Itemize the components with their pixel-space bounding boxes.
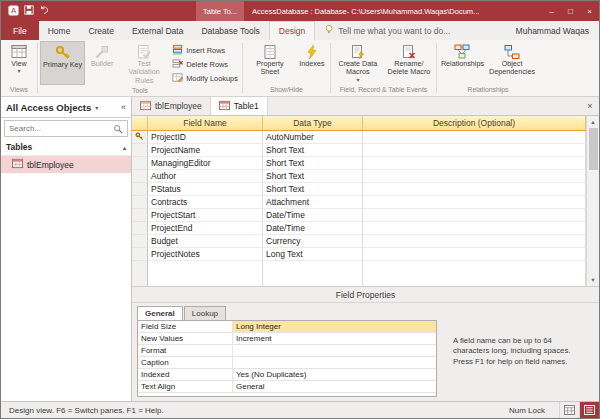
field-name-cell[interactable]: ManagingEditor bbox=[148, 157, 263, 170]
table-row[interactable]: ProjectEnd Date/Time bbox=[132, 222, 586, 235]
tab-home[interactable]: Home bbox=[39, 21, 80, 40]
data-type-cell[interactable]: Long Text bbox=[263, 248, 363, 261]
scroll-up-icon[interactable]: ▲ bbox=[590, 116, 595, 128]
field-name-cell[interactable]: ProjectStart bbox=[148, 209, 263, 222]
tell-me-box[interactable]: Tell me what you want to do... bbox=[315, 21, 459, 40]
create-data-macros-button[interactable]: Create Data Macros ▾ bbox=[333, 41, 383, 84]
grid-header-data-type[interactable]: Data Type bbox=[263, 116, 363, 130]
table-row[interactable]: PStatus Short Text bbox=[132, 183, 586, 196]
sidebar-section-tables[interactable]: Tables ▴ bbox=[1, 139, 131, 156]
user-name[interactable]: Muhammad Waqas bbox=[506, 21, 599, 40]
doc-tab-tblemployee[interactable]: tblEmployee bbox=[132, 97, 211, 115]
property-label[interactable]: Field Size bbox=[138, 321, 233, 332]
modify-lookups-button[interactable]: Modify Lookups bbox=[170, 72, 240, 85]
property-value[interactable]: Long Integer bbox=[233, 321, 436, 332]
contextual-tab-group[interactable]: Table To... bbox=[196, 1, 244, 21]
tab-create[interactable]: Create bbox=[79, 21, 123, 40]
grid-header-field-name[interactable]: Field Name bbox=[148, 116, 263, 130]
row-selector[interactable] bbox=[132, 222, 148, 235]
table-row[interactable]: ProjectStart Date/Time bbox=[132, 209, 586, 222]
field-name-cell[interactable]: PStatus bbox=[148, 183, 263, 196]
data-type-cell[interactable]: Short Text bbox=[263, 170, 363, 183]
collapse-pane-icon[interactable]: « bbox=[121, 102, 126, 112]
table-row[interactable]: ManagingEditor Short Text bbox=[132, 157, 586, 170]
property-label[interactable]: Indexed bbox=[138, 369, 233, 380]
scrollbar-thumb[interactable] bbox=[589, 128, 598, 170]
row-selector[interactable] bbox=[132, 157, 148, 170]
description-cell[interactable] bbox=[363, 170, 586, 183]
doc-tab-table1[interactable]: Table1 bbox=[211, 97, 268, 115]
object-dependencies-button[interactable]: Object Dependencies bbox=[487, 41, 537, 84]
row-selector[interactable] bbox=[132, 183, 148, 196]
data-type-cell[interactable]: Date/Time bbox=[263, 209, 363, 222]
property-row[interactable]: Field Size Long Integer bbox=[138, 321, 436, 333]
field-name-cell[interactable]: ProjectName bbox=[148, 144, 263, 157]
data-type-cell[interactable]: Short Text bbox=[263, 183, 363, 196]
scroll-down-icon[interactable]: ▼ bbox=[590, 274, 595, 286]
grid-header-description[interactable]: Description (Optional) bbox=[363, 116, 586, 130]
navigation-pane-header[interactable]: All Access Objects ▾ « bbox=[1, 97, 131, 118]
table-row[interactable]: Author Short Text bbox=[132, 170, 586, 183]
tab-general[interactable]: General bbox=[137, 306, 183, 320]
row-selector[interactable] bbox=[132, 196, 148, 209]
collapse-section-icon[interactable]: ▴ bbox=[123, 144, 126, 151]
description-cell[interactable] bbox=[363, 261, 586, 286]
property-sheet-button[interactable]: Property Sheet bbox=[245, 41, 295, 84]
row-selector[interactable] bbox=[132, 261, 148, 286]
grid-empty-area[interactable] bbox=[132, 261, 586, 286]
property-row[interactable]: Caption bbox=[138, 357, 436, 369]
tab-design[interactable]: Design bbox=[269, 21, 315, 40]
field-name-cell[interactable]: ProjectEnd bbox=[148, 222, 263, 235]
search-input[interactable] bbox=[5, 124, 109, 133]
description-cell[interactable] bbox=[363, 131, 586, 144]
description-cell[interactable] bbox=[363, 157, 586, 170]
property-label[interactable]: Format bbox=[138, 345, 233, 356]
indexes-button[interactable]: Indexes bbox=[296, 41, 328, 84]
property-value[interactable]: Increment bbox=[233, 333, 436, 344]
field-name-cell[interactable] bbox=[148, 261, 263, 286]
undo-icon[interactable] bbox=[39, 5, 49, 17]
design-view-button[interactable] bbox=[579, 402, 599, 418]
search-icon[interactable] bbox=[109, 124, 127, 134]
property-row[interactable]: New Values Increment bbox=[138, 333, 436, 345]
view-button[interactable]: View ▾ bbox=[3, 41, 35, 84]
data-type-cell[interactable]: Short Text bbox=[263, 144, 363, 157]
data-type-cell[interactable]: Currency bbox=[263, 235, 363, 248]
table-row[interactable]: Budget Currency bbox=[132, 235, 586, 248]
description-cell[interactable] bbox=[363, 235, 586, 248]
table-row[interactable]: ProjectID AutoNumber bbox=[132, 131, 586, 144]
row-selector[interactable] bbox=[132, 170, 148, 183]
tab-lookup[interactable]: Lookup bbox=[184, 306, 226, 320]
property-value[interactable] bbox=[233, 357, 436, 368]
property-row[interactable]: Indexed Yes (No Duplicates) bbox=[138, 369, 436, 381]
description-cell[interactable] bbox=[363, 183, 586, 196]
tab-file[interactable]: File bbox=[1, 21, 39, 40]
save-icon[interactable] bbox=[24, 5, 34, 17]
property-row[interactable]: Text Align General bbox=[138, 381, 436, 393]
field-name-cell[interactable]: Author bbox=[148, 170, 263, 183]
datasheet-view-button[interactable] bbox=[559, 402, 579, 418]
delete-rows-button[interactable]: Delete Rows bbox=[170, 58, 240, 71]
table-row[interactable]: Contracts Attachment bbox=[132, 196, 586, 209]
field-name-cell[interactable]: Contracts bbox=[148, 196, 263, 209]
field-name-cell[interactable]: ProjectNotes bbox=[148, 248, 263, 261]
data-type-cell[interactable]: Short Text bbox=[263, 157, 363, 170]
property-value[interactable]: Yes (No Duplicates) bbox=[233, 369, 436, 380]
description-cell[interactable] bbox=[363, 209, 586, 222]
test-validation-rules-button[interactable]: Test Validation Rules bbox=[119, 41, 169, 85]
minimize-icon[interactable]: – bbox=[542, 1, 561, 21]
field-name-cell[interactable]: ProjectID bbox=[148, 131, 263, 144]
primary-key-button[interactable]: Primary Key bbox=[40, 41, 85, 85]
data-type-cell[interactable]: Date/Time bbox=[263, 222, 363, 235]
property-label[interactable]: Caption bbox=[138, 357, 233, 368]
relationships-button[interactable]: Relationships bbox=[439, 41, 486, 84]
maximize-icon[interactable]: □ bbox=[561, 1, 580, 21]
property-value[interactable] bbox=[233, 345, 436, 356]
description-cell[interactable] bbox=[363, 248, 586, 261]
property-label[interactable]: Text Align bbox=[138, 381, 233, 392]
rename-delete-macro-button[interactable]: Rename/ Delete Macro bbox=[384, 41, 434, 84]
data-type-cell[interactable]: Attachment bbox=[263, 196, 363, 209]
row-selector[interactable] bbox=[132, 235, 148, 248]
row-selector[interactable] bbox=[132, 248, 148, 261]
property-label[interactable]: New Values bbox=[138, 333, 233, 344]
